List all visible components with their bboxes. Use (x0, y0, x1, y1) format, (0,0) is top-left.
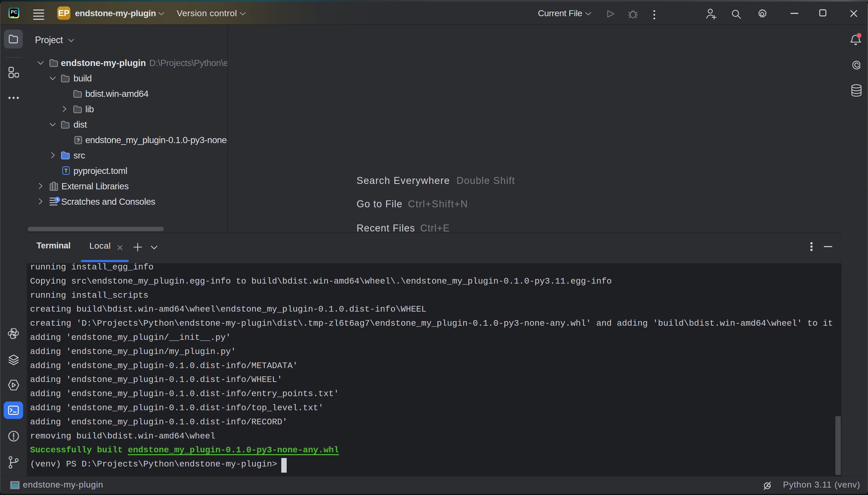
svg-text:T: T (64, 168, 68, 174)
svg-text:?: ? (76, 137, 80, 143)
